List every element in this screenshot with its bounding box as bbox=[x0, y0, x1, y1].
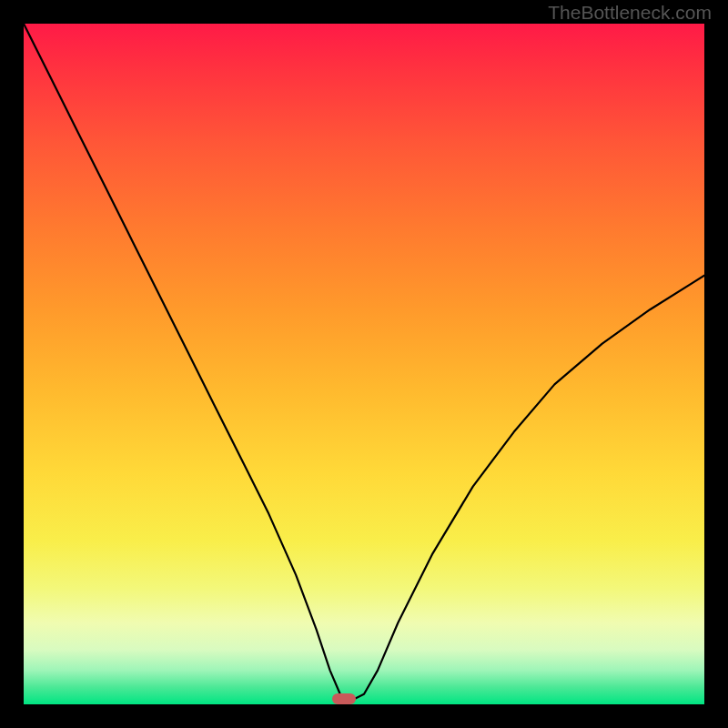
bottleneck-curve bbox=[24, 24, 704, 704]
watermark-text: TheBottleneck.com bbox=[548, 2, 712, 24]
plot-area bbox=[24, 24, 704, 704]
optimum-marker bbox=[332, 693, 356, 704]
